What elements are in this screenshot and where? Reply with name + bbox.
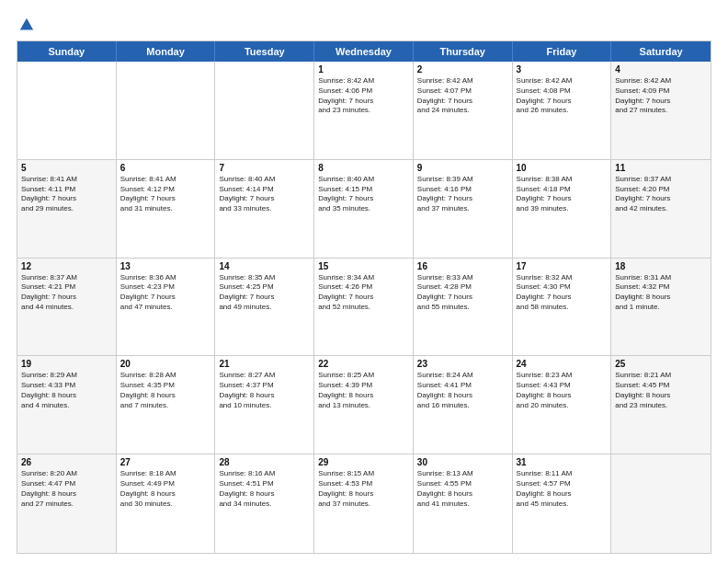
calendar-day-9: 9Sunrise: 8:39 AM Sunset: 4:16 PM Daylig… (414, 160, 513, 258)
day-info: Sunrise: 8:21 AM Sunset: 4:45 PM Dayligh… (615, 371, 707, 410)
day-info: Sunrise: 8:34 AM Sunset: 4:26 PM Dayligh… (318, 273, 409, 313)
day-info: Sunrise: 8:41 AM Sunset: 4:12 PM Dayligh… (120, 175, 211, 214)
day-number: 3 (517, 64, 608, 75)
calendar-row-5: 26Sunrise: 8:20 AM Sunset: 4:47 PM Dayli… (17, 454, 711, 553)
calendar-day-12: 12Sunrise: 8:37 AM Sunset: 4:21 PM Dayli… (17, 259, 117, 356)
day-number: 22 (318, 359, 409, 369)
logo (17, 17, 35, 31)
day-number: 29 (318, 457, 409, 467)
calendar-day-7: 7Sunrise: 8:40 AM Sunset: 4:14 PM Daylig… (215, 160, 314, 258)
day-info: Sunrise: 8:29 AM Sunset: 4:33 PM Dayligh… (21, 371, 112, 410)
day-number: 14 (219, 261, 310, 271)
day-number: 9 (417, 163, 508, 173)
calendar-day-1: 1Sunrise: 8:42 AM Sunset: 4:06 PM Daylig… (314, 62, 414, 159)
day-info: Sunrise: 8:42 AM Sunset: 4:06 PM Dayligh… (318, 76, 409, 116)
day-number: 28 (219, 457, 310, 467)
day-info: Sunrise: 8:13 AM Sunset: 4:55 PM Dayligh… (417, 469, 508, 509)
calendar-cell-empty (117, 62, 216, 159)
weekday-header-friday: Friday (513, 41, 612, 62)
day-number: 4 (615, 64, 707, 75)
weekday-header-wednesday: Wednesday (314, 41, 414, 62)
day-info: Sunrise: 8:20 AM Sunset: 4:47 PM Dayligh… (21, 469, 112, 509)
day-number: 18 (615, 261, 707, 271)
day-number: 30 (417, 457, 508, 467)
day-number: 6 (120, 163, 211, 173)
header (17, 17, 711, 31)
calendar-day-10: 10Sunrise: 8:38 AM Sunset: 4:18 PM Dayli… (513, 160, 612, 258)
day-info: Sunrise: 8:40 AM Sunset: 4:15 PM Dayligh… (318, 175, 409, 214)
day-number: 20 (120, 359, 211, 369)
calendar-cell-empty (611, 454, 711, 553)
calendar-day-13: 13Sunrise: 8:36 AM Sunset: 4:23 PM Dayli… (117, 259, 216, 356)
day-info: Sunrise: 8:32 AM Sunset: 4:30 PM Dayligh… (517, 273, 608, 313)
calendar-day-22: 22Sunrise: 8:25 AM Sunset: 4:39 PM Dayli… (314, 356, 414, 454)
day-info: Sunrise: 8:27 AM Sunset: 4:37 PM Dayligh… (219, 371, 310, 410)
day-number: 27 (120, 457, 211, 467)
calendar-day-23: 23Sunrise: 8:24 AM Sunset: 4:41 PM Dayli… (414, 356, 513, 454)
calendar-day-28: 28Sunrise: 8:16 AM Sunset: 4:51 PM Dayli… (215, 454, 314, 553)
day-info: Sunrise: 8:28 AM Sunset: 4:35 PM Dayligh… (120, 371, 211, 410)
calendar-day-8: 8Sunrise: 8:40 AM Sunset: 4:15 PM Daylig… (314, 160, 414, 258)
calendar-row-1: 1Sunrise: 8:42 AM Sunset: 4:06 PM Daylig… (17, 62, 711, 160)
calendar-day-15: 15Sunrise: 8:34 AM Sunset: 4:26 PM Dayli… (314, 259, 414, 356)
calendar-day-17: 17Sunrise: 8:32 AM Sunset: 4:30 PM Dayli… (513, 259, 612, 356)
calendar-body: 1Sunrise: 8:42 AM Sunset: 4:06 PM Daylig… (17, 62, 711, 553)
calendar-day-24: 24Sunrise: 8:23 AM Sunset: 4:43 PM Dayli… (513, 356, 612, 454)
logo-icon (18, 17, 35, 33)
calendar-row-2: 5Sunrise: 8:41 AM Sunset: 4:11 PM Daylig… (17, 160, 711, 259)
calendar-day-6: 6Sunrise: 8:41 AM Sunset: 4:12 PM Daylig… (117, 160, 216, 258)
day-info: Sunrise: 8:40 AM Sunset: 4:14 PM Dayligh… (219, 175, 310, 214)
calendar-day-29: 29Sunrise: 8:15 AM Sunset: 4:53 PM Dayli… (314, 454, 414, 553)
weekday-header-tuesday: Tuesday (215, 41, 314, 62)
day-info: Sunrise: 8:37 AM Sunset: 4:21 PM Dayligh… (21, 273, 112, 313)
day-info: Sunrise: 8:24 AM Sunset: 4:41 PM Dayligh… (417, 371, 508, 410)
calendar-day-31: 31Sunrise: 8:11 AM Sunset: 4:57 PM Dayli… (513, 454, 612, 553)
day-number: 23 (417, 359, 508, 369)
day-number: 24 (517, 359, 608, 369)
day-number: 2 (417, 64, 508, 75)
day-number: 13 (120, 261, 211, 271)
day-number: 25 (615, 359, 707, 369)
day-info: Sunrise: 8:16 AM Sunset: 4:51 PM Dayligh… (219, 469, 310, 509)
page: SundayMondayTuesdayWednesdayThursdayFrid… (0, 0, 728, 563)
day-number: 7 (219, 163, 310, 173)
calendar-day-11: 11Sunrise: 8:37 AM Sunset: 4:20 PM Dayli… (611, 160, 711, 258)
calendar-day-25: 25Sunrise: 8:21 AM Sunset: 4:45 PM Dayli… (611, 356, 711, 454)
day-number: 16 (417, 261, 508, 271)
calendar-day-14: 14Sunrise: 8:35 AM Sunset: 4:25 PM Dayli… (215, 259, 314, 356)
calendar-cell-empty (215, 62, 314, 159)
day-info: Sunrise: 8:42 AM Sunset: 4:08 PM Dayligh… (517, 76, 608, 116)
weekday-header-sunday: Sunday (17, 41, 117, 62)
day-number: 21 (219, 359, 310, 369)
day-info: Sunrise: 8:42 AM Sunset: 4:09 PM Dayligh… (615, 76, 707, 116)
day-number: 5 (21, 163, 112, 173)
day-number: 12 (21, 261, 112, 271)
calendar-row-3: 12Sunrise: 8:37 AM Sunset: 4:21 PM Dayli… (17, 259, 711, 357)
weekday-header-monday: Monday (117, 41, 216, 62)
day-number: 1 (318, 64, 409, 75)
calendar-cell-empty (17, 62, 117, 159)
day-number: 11 (615, 163, 707, 173)
day-info: Sunrise: 8:31 AM Sunset: 4:32 PM Dayligh… (615, 273, 707, 313)
day-number: 19 (21, 359, 112, 369)
day-number: 10 (517, 163, 608, 173)
calendar-day-27: 27Sunrise: 8:18 AM Sunset: 4:49 PM Dayli… (117, 454, 216, 553)
day-info: Sunrise: 8:33 AM Sunset: 4:28 PM Dayligh… (417, 273, 508, 313)
day-info: Sunrise: 8:42 AM Sunset: 4:07 PM Dayligh… (417, 76, 508, 116)
day-info: Sunrise: 8:41 AM Sunset: 4:11 PM Dayligh… (21, 175, 112, 214)
day-number: 26 (21, 457, 112, 467)
weekday-header-thursday: Thursday (414, 41, 513, 62)
calendar: SundayMondayTuesdayWednesdayThursdayFrid… (17, 40, 711, 554)
calendar-day-5: 5Sunrise: 8:41 AM Sunset: 4:11 PM Daylig… (17, 160, 117, 258)
calendar-day-18: 18Sunrise: 8:31 AM Sunset: 4:32 PM Dayli… (611, 259, 711, 356)
calendar-day-21: 21Sunrise: 8:27 AM Sunset: 4:37 PM Dayli… (215, 356, 314, 454)
day-info: Sunrise: 8:11 AM Sunset: 4:57 PM Dayligh… (517, 469, 608, 509)
day-info: Sunrise: 8:18 AM Sunset: 4:49 PM Dayligh… (120, 469, 211, 509)
svg-marker-0 (20, 18, 33, 30)
calendar-day-19: 19Sunrise: 8:29 AM Sunset: 4:33 PM Dayli… (17, 356, 117, 454)
day-number: 15 (318, 261, 409, 271)
weekday-header-saturday: Saturday (611, 41, 711, 62)
calendar-day-16: 16Sunrise: 8:33 AM Sunset: 4:28 PM Dayli… (414, 259, 513, 356)
day-info: Sunrise: 8:36 AM Sunset: 4:23 PM Dayligh… (120, 273, 211, 313)
day-info: Sunrise: 8:37 AM Sunset: 4:20 PM Dayligh… (615, 175, 707, 214)
